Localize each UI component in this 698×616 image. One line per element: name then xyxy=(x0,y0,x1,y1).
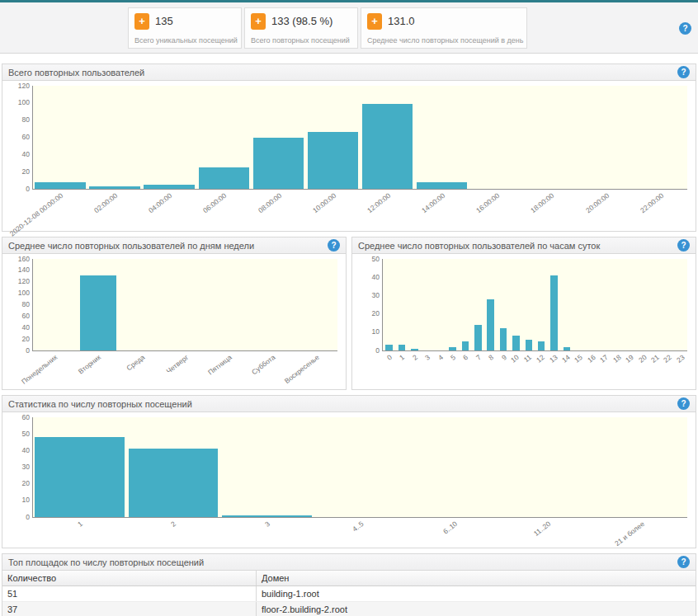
panel-header: Статистика по числу повторных посещений … xyxy=(2,396,696,412)
y-tick-label: 50 xyxy=(22,430,33,438)
report-plus-icon: + xyxy=(367,13,382,30)
bar xyxy=(550,275,557,350)
panel-header: Всего повторных пользователей ? xyxy=(2,64,696,81)
y-tick-label: 160 xyxy=(18,256,33,263)
kpi-value: 135 xyxy=(155,15,173,27)
bar xyxy=(500,328,507,350)
y-tick-label: 60 xyxy=(22,414,33,421)
y-tick-label: 120 xyxy=(18,279,33,286)
domain-cell: building-1.root xyxy=(257,586,696,601)
report-plus-icon: + xyxy=(134,13,149,30)
bar xyxy=(308,132,358,189)
panel-title: Статистика по числу повторных посещений xyxy=(8,399,192,409)
kpi-label: Всего повторных посещений xyxy=(251,36,355,45)
help-icon[interactable]: ? xyxy=(677,66,690,78)
bar xyxy=(526,340,532,350)
bar xyxy=(89,186,139,189)
kpi-card-avg-repeat-per-day: + 131.0 Среднее число повторных посещени… xyxy=(361,7,527,49)
panel-top-sites: Топ площадок по числу повторных посещени… xyxy=(2,553,696,616)
y-tick-label: 60 xyxy=(22,134,33,141)
bar xyxy=(80,275,117,350)
help-icon[interactable]: ? xyxy=(679,22,691,35)
y-tick-label: 10 xyxy=(22,497,33,505)
bar xyxy=(144,185,194,189)
bar xyxy=(462,341,469,350)
help-icon[interactable]: ? xyxy=(677,556,690,568)
panel-repeat-users-by-hour: Среднее число повторных пользователей по… xyxy=(351,237,696,390)
bar-chart-total-repeat-users: 020406080100120 2020-12-08 00:00:0002:00… xyxy=(2,81,696,231)
y-tick-label: 40 xyxy=(22,447,33,454)
panel-title: Среднее число повторных пользователей по… xyxy=(8,241,254,251)
chart-x-axis-labels: ПонедельникВторникСредаЧетвергПятницаСуб… xyxy=(32,351,337,389)
bar xyxy=(129,449,219,517)
panel-title: Среднее число повторных пользователей по… xyxy=(358,241,600,251)
chart-x-axis-labels: 1234..56..1011..2021 и более xyxy=(32,518,687,548)
bar xyxy=(199,167,249,189)
chart-plot: 020406080100120140160 xyxy=(32,259,337,351)
chart-plot: 020406080100120 xyxy=(32,86,687,190)
bar xyxy=(222,515,312,517)
y-tick-label: 120 xyxy=(18,82,33,90)
y-tick-label: 20 xyxy=(22,336,33,343)
bar xyxy=(538,341,545,350)
panel-repeat-users-by-weekday: Среднее число повторных пользователей по… xyxy=(2,237,347,390)
y-tick-label: 20 xyxy=(22,168,33,176)
kpi-value: 133 (98.5 %) xyxy=(271,15,332,27)
panel-title: Всего повторных пользователей xyxy=(8,68,144,78)
kpi-label: Всего уникальных посещений xyxy=(134,36,238,45)
panel-header: Топ площадок по числу повторных посещени… xyxy=(2,554,696,571)
y-tick-label: 20 xyxy=(372,310,383,317)
bar xyxy=(411,349,417,350)
y-tick-label: 20 xyxy=(22,480,33,487)
y-tick-label: 40 xyxy=(22,324,33,332)
kpi-label: Среднее число повторных посещений в день xyxy=(367,36,524,45)
panel-header: Среднее число повторных пользователей по… xyxy=(352,237,696,254)
bar-chart-by-hour: 01020304050 0123456789101112131415161718… xyxy=(352,254,696,389)
y-tick-label: 30 xyxy=(372,292,383,299)
chart-x-axis-labels: 2020-12-08 00:00:0002:00:0004:00:0006:00… xyxy=(32,190,687,231)
count-cell: 51 xyxy=(2,586,257,601)
bar xyxy=(362,104,413,189)
table-row[interactable]: 51building-1.root xyxy=(2,586,696,602)
kpi-card-unique-visits: + 135 Всего уникальных посещений xyxy=(128,7,242,49)
bar xyxy=(35,182,85,189)
bar xyxy=(474,325,481,350)
column-header-count[interactable]: Количество xyxy=(2,571,257,585)
top-sites-table-body: 51building-1.root37floor-2.building-2.ro… xyxy=(2,586,696,616)
bar xyxy=(564,347,570,350)
bar xyxy=(253,138,304,190)
kpi-value: 131.0 xyxy=(388,15,415,27)
help-icon[interactable]: ? xyxy=(677,397,690,410)
bar xyxy=(417,182,467,189)
help-icon[interactable]: ? xyxy=(677,239,690,252)
chart-x-axis-labels: 01234567891011121314151617181920212223 xyxy=(382,351,687,389)
bar xyxy=(385,345,392,350)
help-icon[interactable]: ? xyxy=(328,239,340,252)
y-tick-label: 80 xyxy=(22,116,33,124)
column-header-domain[interactable]: Домен xyxy=(257,571,696,585)
panel-total-repeat-users: Всего повторных пользователей ? 02040608… xyxy=(2,63,696,232)
kpi-card-repeat-visits: + 133 (98.5 %) Всего повторных посещений xyxy=(244,7,358,49)
bar-chart-by-weekday: 020406080100120140160 ПонедельникВторник… xyxy=(2,254,346,389)
bar xyxy=(487,299,493,350)
panel-header: Среднее число повторных пользователей по… xyxy=(2,237,346,254)
bar xyxy=(449,347,455,350)
y-tick-label: 10 xyxy=(372,329,383,336)
bar xyxy=(35,437,125,517)
domain-cell: floor-2.building-2.root xyxy=(257,602,696,616)
count-cell: 37 xyxy=(2,602,257,616)
kpi-summary-bar: + 135 Всего уникальных посещений + 133 (… xyxy=(0,2,698,54)
y-tick-label: 80 xyxy=(22,301,33,308)
y-tick-label: 60 xyxy=(22,313,33,320)
top-sites-table-header: Количество Домен xyxy=(2,571,696,586)
middle-panel-row: Среднее число повторных пользователей по… xyxy=(2,237,696,390)
bar xyxy=(512,336,519,350)
y-tick-label: 100 xyxy=(18,100,33,107)
chart-plot: 01020304050 xyxy=(382,259,687,351)
chart-plot: 0102030405060 xyxy=(32,417,687,518)
panel-repeat-visit-count-stats: Статистика по числу повторных посещений … xyxy=(2,395,696,548)
y-tick-label: 50 xyxy=(372,256,383,263)
bar-chart-visit-count-stats: 0102030405060 1234..56..1011..2021 и бол… xyxy=(2,412,696,548)
panel-title: Топ площадок по числу повторных посещени… xyxy=(8,557,204,567)
table-row[interactable]: 37floor-2.building-2.root xyxy=(2,602,696,616)
